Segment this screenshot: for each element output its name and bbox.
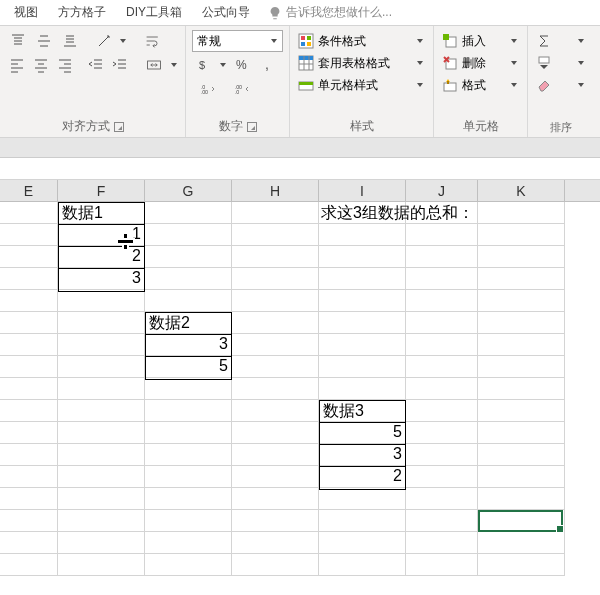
cell[interactable]: [478, 554, 565, 576]
cell[interactable]: [406, 532, 478, 554]
cell[interactable]: [58, 400, 145, 422]
format-as-table-button[interactable]: 套用表格格式: [296, 52, 427, 74]
cell[interactable]: [58, 532, 145, 554]
cell[interactable]: [232, 510, 319, 532]
cell[interactable]: [58, 466, 145, 488]
cell[interactable]: [478, 378, 565, 400]
cell[interactable]: [145, 422, 232, 444]
cell[interactable]: [232, 378, 319, 400]
cell[interactable]: [0, 554, 58, 576]
alignment-launcher[interactable]: [114, 122, 124, 132]
cell[interactable]: [319, 356, 406, 378]
col-header-J[interactable]: J: [406, 180, 478, 201]
cell[interactable]: [406, 290, 478, 312]
cell[interactable]: [232, 246, 319, 268]
cell[interactable]: [406, 554, 478, 576]
cell[interactable]: [145, 532, 232, 554]
cell[interactable]: [0, 334, 58, 356]
format-cells-button[interactable]: 格式: [440, 74, 521, 96]
cell[interactable]: [406, 422, 478, 444]
cell[interactable]: [478, 422, 565, 444]
cell[interactable]: [0, 488, 58, 510]
cell[interactable]: [319, 290, 406, 312]
spreadsheet-grid[interactable]: E F G H I J K 求这3组数据的总和： 数据1 1 2 3 数据2 3…: [0, 158, 600, 576]
cell[interactable]: [145, 510, 232, 532]
cell[interactable]: [0, 466, 58, 488]
merge-dropdown[interactable]: [170, 54, 179, 76]
tab-formula-wizard[interactable]: 公式向导: [192, 0, 260, 25]
cell[interactable]: [478, 466, 565, 488]
comma-button[interactable]: ,: [256, 54, 280, 76]
number-format-combo[interactable]: 常规: [192, 30, 283, 52]
cell[interactable]: [319, 334, 406, 356]
cell[interactable]: [145, 466, 232, 488]
cell[interactable]: [406, 400, 478, 422]
cell[interactable]: [232, 268, 319, 290]
cell[interactable]: [0, 246, 58, 268]
cell[interactable]: [58, 334, 145, 356]
number-launcher[interactable]: [247, 122, 257, 132]
cell[interactable]: [406, 466, 478, 488]
cell[interactable]: [232, 554, 319, 576]
decrease-indent-button[interactable]: [85, 54, 107, 76]
cell[interactable]: [406, 444, 478, 466]
cell[interactable]: [58, 312, 145, 334]
cell[interactable]: [232, 224, 319, 246]
cell[interactable]: [478, 334, 565, 356]
cell[interactable]: [319, 224, 406, 246]
cell[interactable]: [232, 356, 319, 378]
accounting-format-button[interactable]: $: [192, 54, 216, 76]
accounting-dropdown[interactable]: [218, 54, 228, 76]
cell[interactable]: [0, 422, 58, 444]
cell[interactable]: [145, 202, 232, 224]
cell[interactable]: [478, 444, 565, 466]
conditional-formatting-button[interactable]: 条件格式: [296, 30, 427, 52]
cell[interactable]: [406, 224, 478, 246]
cell[interactable]: [319, 510, 406, 532]
cell[interactable]: [232, 532, 319, 554]
orientation-dropdown[interactable]: [118, 30, 128, 52]
cell[interactable]: [232, 400, 319, 422]
cell[interactable]: [0, 444, 58, 466]
cell[interactable]: [478, 202, 565, 224]
cell[interactable]: [232, 466, 319, 488]
cell[interactable]: [0, 510, 58, 532]
cell[interactable]: [58, 290, 145, 312]
cell[interactable]: [145, 554, 232, 576]
autosum-button[interactable]: [534, 30, 588, 52]
cell[interactable]: [0, 532, 58, 554]
cell[interactable]: [406, 488, 478, 510]
tab-view[interactable]: 视图: [4, 0, 48, 25]
cell[interactable]: [406, 356, 478, 378]
cell[interactable]: [478, 224, 565, 246]
cell[interactable]: [145, 246, 232, 268]
align-top-button[interactable]: [6, 30, 30, 52]
col-header-G[interactable]: G: [145, 180, 232, 201]
cell[interactable]: [145, 378, 232, 400]
cell[interactable]: [478, 510, 565, 532]
cell[interactable]: [0, 400, 58, 422]
align-bottom-button[interactable]: [58, 30, 82, 52]
insert-cells-button[interactable]: 插入: [440, 30, 521, 52]
cell[interactable]: [478, 488, 565, 510]
cell[interactable]: [319, 488, 406, 510]
cell[interactable]: [478, 532, 565, 554]
align-middle-button[interactable]: [32, 30, 56, 52]
cell[interactable]: [232, 202, 319, 224]
align-right-button[interactable]: [54, 54, 76, 76]
percent-button[interactable]: %: [230, 54, 254, 76]
cell[interactable]: [232, 290, 319, 312]
cell[interactable]: [319, 246, 406, 268]
cell[interactable]: [319, 532, 406, 554]
cell[interactable]: [0, 356, 58, 378]
cell[interactable]: [319, 378, 406, 400]
col-header-H[interactable]: H: [232, 180, 319, 201]
cell[interactable]: [406, 246, 478, 268]
cell[interactable]: [478, 400, 565, 422]
cell[interactable]: [478, 356, 565, 378]
cell[interactable]: [58, 444, 145, 466]
col-header-K[interactable]: K: [478, 180, 565, 201]
cell[interactable]: [58, 510, 145, 532]
cell[interactable]: [145, 400, 232, 422]
cell[interactable]: [58, 488, 145, 510]
